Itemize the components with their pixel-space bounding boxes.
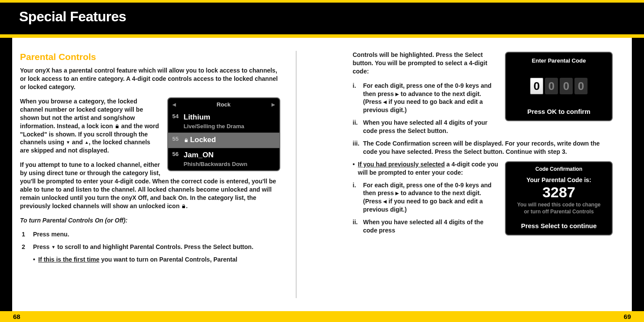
page-number-right: 69 [624, 313, 631, 320]
previously-selected-bullet: If you had previously selected a 4-digit… [358, 160, 613, 177]
page-title: Special Features [19, 9, 126, 24]
channel-list-screenshot: ◀ Rock ▶ 54 Lithium Live/Selling the Dra… [167, 97, 280, 171]
substep-iii: iii. The Code Confirmation screen will b… [363, 139, 613, 156]
unlock-icon [181, 202, 186, 207]
left-page: Parental Controls Your onyX has a parent… [12, 38, 296, 311]
nav-left-icon: ◀ [173, 102, 176, 108]
nav-right-icon: ▶ [272, 102, 275, 108]
code-screen-title: Enter Parental Code [508, 57, 610, 65]
step-2: 2 Press ▼ to scroll to and highlight Par… [33, 243, 280, 251]
toggle-heading: To turn Parental Controls On (or Off): [20, 216, 280, 225]
substep-ii-b: ii. When you have selected all 4 digits … [363, 218, 613, 235]
locked-label: Locked [190, 136, 216, 144]
lock-icon [184, 136, 189, 141]
channel-number: 54 [173, 113, 184, 120]
channel-subtitle: Phish/Backwards Down [184, 160, 275, 168]
page-number-left: 68 [13, 313, 20, 320]
lock-icon [115, 123, 120, 127]
left-arrow-icon: ◀ [383, 199, 387, 205]
channel-row: 56 Jam_ON Phish/Backwards Down [168, 148, 279, 170]
sub-steps-2: i. For each digit, press one of the 0-9 … [363, 181, 613, 235]
category-label: Rock [217, 101, 231, 108]
header-underline [0, 34, 644, 38]
substep-i: i. For each digit, press one of the 0-9 … [363, 82, 613, 115]
sub-steps-1: i. For each digit, press one of the 0-9 … [363, 82, 613, 156]
channel-name: Jam_ON [184, 150, 275, 160]
channel-number: 55 [173, 135, 184, 143]
channel-name: Lithium [184, 113, 275, 123]
channel-number: 56 [173, 150, 184, 158]
right-page: Enter Parental Code 0 0 0 0 Press OK to … [296, 38, 632, 311]
section-title: Parental Controls [20, 51, 280, 63]
channel-row: 54 Lithium Live/Selling the Drama [168, 110, 279, 133]
right-arrow-icon: ▶ [395, 91, 399, 97]
content-area: Parental Controls Your onyX has a parent… [12, 38, 632, 311]
channel-row-locked: 55 Locked [168, 133, 279, 148]
page-header: Special Features [0, 3, 644, 34]
substep-ii: ii. When you have selected all 4 digits … [363, 119, 613, 135]
left-arrow-icon: ◀ [383, 99, 387, 105]
substep-i-b: i. For each digit, press one of the 0-9 … [363, 181, 613, 214]
step-1: 1 Press menu. [33, 230, 280, 239]
first-time-bullet: If this is the first time you want to tu… [38, 256, 280, 264]
down-arrow-icon: ▼ [66, 139, 70, 146]
channel-subtitle: Live/Selling the Drama [184, 123, 275, 130]
right-arrow-icon: ▶ [395, 190, 399, 196]
footer: 68 69 [0, 311, 644, 322]
up-arrow-icon: ▲ [84, 139, 89, 146]
down-arrow-icon: ▼ [51, 244, 56, 250]
steps-list: 1 Press menu. 2 Press ▼ to scroll to and… [33, 230, 280, 264]
intro-paragraph: Your onyX has a parental control feature… [20, 66, 280, 91]
